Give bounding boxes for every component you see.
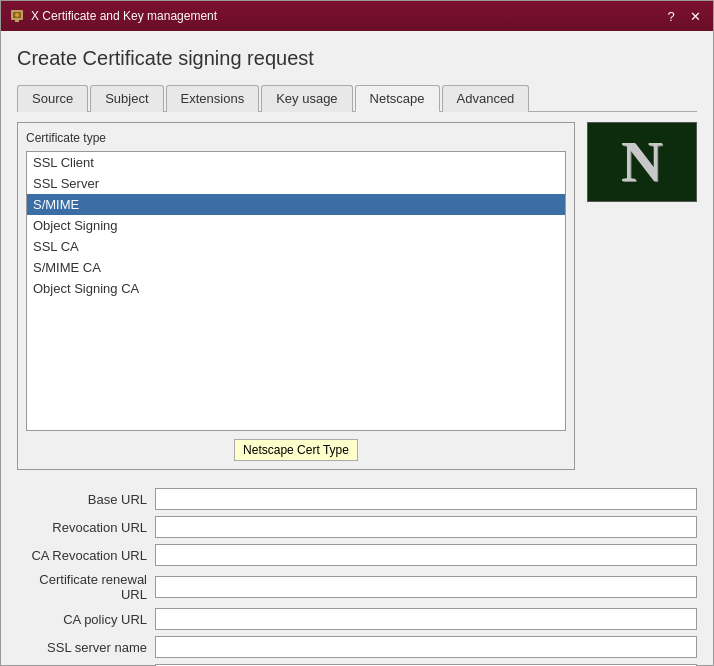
help-button[interactable]: ? <box>661 6 681 26</box>
input-cert-renewal-url[interactable] <box>155 576 697 598</box>
input-ca-policy-url[interactable] <box>155 608 697 630</box>
label-ssl-server-name: SSL server name <box>17 640 147 655</box>
main-window: X Certificate and Key management ? ✕ Cre… <box>0 0 714 666</box>
tab-subject[interactable]: Subject <box>90 85 163 112</box>
svg-rect-3 <box>15 19 19 22</box>
svg-point-2 <box>15 13 19 17</box>
field-row-ca-revocation-url: CA Revocation URL <box>17 544 697 566</box>
list-item-smime[interactable]: S/MIME <box>27 194 565 215</box>
cert-type-label: Certificate type <box>26 131 566 145</box>
list-item-ssl-client[interactable]: SSL Client <box>27 152 565 173</box>
tab-netscape[interactable]: Netscape <box>355 85 440 112</box>
list-item-ssl-server[interactable]: SSL Server <box>27 173 565 194</box>
label-base-url: Base URL <box>17 492 147 507</box>
page-title: Create Certificate signing request <box>17 47 697 70</box>
window-title: X Certificate and Key management <box>31 9 217 23</box>
label-ca-revocation-url: CA Revocation URL <box>17 548 147 563</box>
fields-area: Base URL Revocation URL CA Revocation UR… <box>17 488 697 666</box>
left-panel: Certificate type SSL Client SSL Server S… <box>17 122 575 470</box>
label-cert-renewal-url: Certificate renewal URL <box>17 572 147 602</box>
label-ca-policy-url: CA policy URL <box>17 612 147 627</box>
title-bar-controls: ? ✕ <box>661 6 705 26</box>
input-ca-revocation-url[interactable] <box>155 544 697 566</box>
content-area: Create Certificate signing request Sourc… <box>1 31 713 666</box>
list-item-smime-ca[interactable]: S/MIME CA <box>27 257 565 278</box>
field-row-base-url: Base URL <box>17 488 697 510</box>
tab-key-usage[interactable]: Key usage <box>261 85 352 112</box>
tab-extensions[interactable]: Extensions <box>166 85 260 112</box>
input-base-url[interactable] <box>155 488 697 510</box>
input-ssl-server-name[interactable] <box>155 636 697 658</box>
list-item-object-signing-ca[interactable]: Object Signing CA <box>27 278 565 299</box>
tab-advanced[interactable]: Advanced <box>442 85 530 112</box>
list-item-ssl-ca[interactable]: SSL CA <box>27 236 565 257</box>
field-row-ca-policy-url: CA policy URL <box>17 608 697 630</box>
title-bar: X Certificate and Key management ? ✕ <box>1 1 713 31</box>
tabs-row: Source Subject Extensions Key usage Nets… <box>17 84 697 112</box>
app-icon <box>9 8 25 24</box>
right-panel: N <box>587 122 697 470</box>
input-revocation-url[interactable] <box>155 516 697 538</box>
cert-type-list: SSL Client SSL Server S/MIME Object Sign… <box>26 151 566 431</box>
netscape-logo: N <box>587 122 697 202</box>
field-row-cert-renewal-url: Certificate renewal URL <box>17 572 697 602</box>
close-button[interactable]: ✕ <box>685 6 705 26</box>
netscape-n-letter: N <box>621 133 663 191</box>
label-revocation-url: Revocation URL <box>17 520 147 535</box>
main-area: Certificate type SSL Client SSL Server S… <box>17 122 697 470</box>
field-row-revocation-url: Revocation URL <box>17 516 697 538</box>
list-item-object-signing[interactable]: Object Signing <box>27 215 565 236</box>
cert-type-tooltip: Netscape Cert Type <box>234 439 358 461</box>
field-row-ssl-server-name: SSL server name <box>17 636 697 658</box>
cert-type-group: Certificate type SSL Client SSL Server S… <box>17 122 575 470</box>
tab-source[interactable]: Source <box>17 85 88 112</box>
title-bar-left: X Certificate and Key management <box>9 8 217 24</box>
